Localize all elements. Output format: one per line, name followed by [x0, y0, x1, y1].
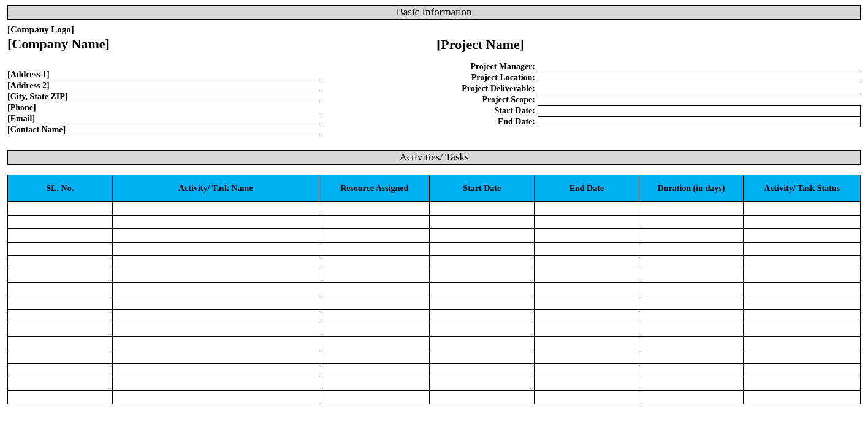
table-cell[interactable]	[744, 350, 861, 364]
table-cell[interactable]	[8, 296, 113, 310]
table-cell[interactable]	[639, 243, 744, 256]
table-cell[interactable]	[319, 377, 430, 391]
table-cell[interactable]	[639, 310, 744, 323]
table-cell[interactable]	[319, 310, 430, 323]
table-cell[interactable]	[319, 216, 430, 229]
table-cell[interactable]	[639, 256, 744, 269]
table-cell[interactable]	[112, 337, 319, 350]
start-date-input[interactable]	[538, 105, 861, 116]
table-cell[interactable]	[430, 296, 535, 310]
table-cell[interactable]	[744, 310, 861, 323]
table-cell[interactable]	[430, 391, 535, 404]
table-cell[interactable]	[319, 229, 430, 243]
table-cell[interactable]	[535, 337, 639, 350]
table-cell[interactable]	[430, 364, 535, 377]
table-cell[interactable]	[535, 216, 639, 229]
table-cell[interactable]	[535, 364, 639, 377]
table-cell[interactable]	[8, 310, 113, 323]
table-cell[interactable]	[744, 323, 861, 337]
table-cell[interactable]	[430, 216, 535, 229]
table-cell[interactable]	[430, 283, 535, 296]
table-cell[interactable]	[319, 350, 430, 364]
table-cell[interactable]	[112, 391, 319, 404]
table-cell[interactable]	[430, 337, 535, 350]
table-cell[interactable]	[744, 283, 861, 296]
table-cell[interactable]	[112, 269, 319, 283]
table-cell[interactable]	[744, 202, 861, 216]
table-cell[interactable]	[430, 269, 535, 283]
table-cell[interactable]	[535, 256, 639, 269]
table-cell[interactable]	[744, 391, 861, 404]
table-cell[interactable]	[319, 256, 430, 269]
table-cell[interactable]	[744, 377, 861, 391]
address2-field[interactable]: [Address 2]	[7, 80, 320, 91]
table-cell[interactable]	[430, 350, 535, 364]
email-field[interactable]: [Email]	[7, 113, 320, 124]
table-cell[interactable]	[319, 391, 430, 404]
table-cell[interactable]	[8, 243, 113, 256]
table-cell[interactable]	[430, 229, 535, 243]
table-cell[interactable]	[639, 377, 744, 391]
table-cell[interactable]	[744, 296, 861, 310]
table-cell[interactable]	[535, 202, 639, 216]
table-cell[interactable]	[744, 243, 861, 256]
table-cell[interactable]	[535, 296, 639, 310]
table-cell[interactable]	[112, 377, 319, 391]
table-cell[interactable]	[8, 323, 113, 337]
table-cell[interactable]	[8, 377, 113, 391]
table-cell[interactable]	[112, 323, 319, 337]
table-cell[interactable]	[112, 283, 319, 296]
table-cell[interactable]	[319, 296, 430, 310]
table-cell[interactable]	[535, 323, 639, 337]
project-scope-input[interactable]	[538, 94, 861, 105]
table-cell[interactable]	[639, 364, 744, 377]
table-cell[interactable]	[319, 364, 430, 377]
table-cell[interactable]	[112, 350, 319, 364]
table-cell[interactable]	[8, 269, 113, 283]
table-cell[interactable]	[319, 202, 430, 216]
table-cell[interactable]	[8, 350, 113, 364]
address1-field[interactable]: [Address 1]	[7, 69, 320, 80]
city-state-zip-field[interactable]: [City, State ZIP]	[7, 91, 320, 102]
table-cell[interactable]	[112, 364, 319, 377]
table-cell[interactable]	[430, 243, 535, 256]
contact-name-field[interactable]: [Contact Name]	[7, 124, 320, 135]
table-cell[interactable]	[744, 337, 861, 350]
table-cell[interactable]	[535, 283, 639, 296]
table-cell[interactable]	[639, 337, 744, 350]
table-cell[interactable]	[535, 229, 639, 243]
table-cell[interactable]	[319, 337, 430, 350]
table-cell[interactable]	[319, 269, 430, 283]
project-deliverable-input[interactable]	[538, 83, 861, 94]
table-cell[interactable]	[430, 256, 535, 269]
table-cell[interactable]	[8, 364, 113, 377]
table-cell[interactable]	[8, 391, 113, 404]
table-cell[interactable]	[112, 243, 319, 256]
table-cell[interactable]	[639, 283, 744, 296]
table-cell[interactable]	[744, 216, 861, 229]
end-date-input[interactable]	[538, 116, 861, 127]
table-cell[interactable]	[8, 283, 113, 296]
table-cell[interactable]	[639, 269, 744, 283]
table-cell[interactable]	[535, 350, 639, 364]
table-cell[interactable]	[639, 323, 744, 337]
phone-field[interactable]: [Phone]	[7, 102, 320, 113]
table-cell[interactable]	[535, 377, 639, 391]
table-cell[interactable]	[8, 256, 113, 269]
table-cell[interactable]	[744, 229, 861, 243]
table-cell[interactable]	[112, 216, 319, 229]
table-cell[interactable]	[535, 243, 639, 256]
table-cell[interactable]	[319, 283, 430, 296]
table-cell[interactable]	[112, 296, 319, 310]
table-cell[interactable]	[744, 269, 861, 283]
table-cell[interactable]	[430, 377, 535, 391]
table-cell[interactable]	[8, 202, 113, 216]
table-cell[interactable]	[430, 323, 535, 337]
table-cell[interactable]	[639, 350, 744, 364]
table-cell[interactable]	[744, 364, 861, 377]
table-cell[interactable]	[639, 391, 744, 404]
table-cell[interactable]	[319, 323, 430, 337]
table-cell[interactable]	[535, 269, 639, 283]
project-manager-input[interactable]	[538, 61, 861, 72]
table-cell[interactable]	[112, 310, 319, 323]
